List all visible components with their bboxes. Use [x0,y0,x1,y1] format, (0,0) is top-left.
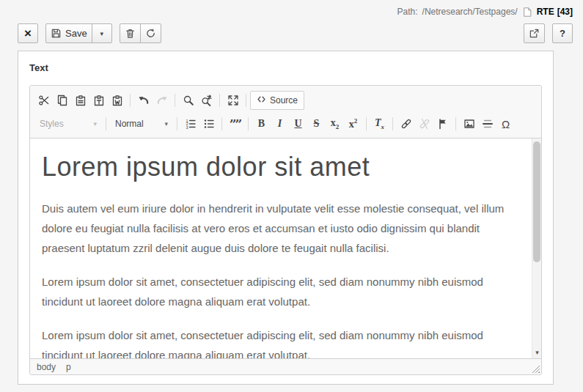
breadcrumb-path-value[interactable]: /Netresearch/Testpages/ [422,7,518,17]
superscript-icon: x2 [349,118,358,130]
docheader-left: × Save ▾ [18,23,161,43]
record-uid: [43] [557,7,573,17]
trash-icon [125,28,136,39]
rte-editor: Source Styles ▾ Normal ▾ 123 [29,85,542,375]
magnifier-icon [183,95,194,106]
bold-button[interactable]: B [252,115,271,133]
paste-button[interactable] [71,92,89,109]
maximize-button[interactable] [224,92,242,109]
clipboard-text-icon [93,95,105,106]
scrollbar-thumb[interactable] [533,141,540,262]
close-button[interactable]: × [18,23,38,43]
elementpath-body[interactable]: body [37,362,56,372]
record-title: RTE [43] [537,7,573,17]
toolbar-separator [455,117,456,130]
svg-text:3: 3 [186,125,188,130]
save-icon [51,28,62,39]
cut-button[interactable] [34,92,53,109]
numbered-list-icon: 123 [185,118,197,130]
save-options-button[interactable]: ▾ [92,23,112,43]
unlink-button[interactable] [415,115,433,133]
toolbar-separator [175,94,175,107]
content-paragraph: Lorem ipsum dolor sit amet, consectetuer… [42,272,520,311]
undo-button[interactable] [134,92,153,109]
image-icon [463,118,475,130]
horizontal-line-button[interactable] [478,115,496,133]
source-button[interactable]: Source [250,91,304,110]
format-combo-label: Normal [115,119,144,129]
rte-statusbar: body p [30,358,541,374]
styles-combo-label: Styles [40,119,64,129]
format-combo[interactable]: Normal ▾ [110,115,173,133]
italic-button[interactable]: I [271,115,289,133]
rte-toolbar-row-1: Source [34,89,537,112]
copy-button[interactable] [53,92,71,109]
bulleted-list-button[interactable] [199,115,218,133]
special-char-button[interactable]: Ω [496,115,515,133]
toolbar-separator [177,117,177,130]
open-in-new-window-button[interactable] [524,23,545,43]
clipboard-word-icon [111,95,123,106]
delete-history-group [120,23,161,43]
rte-toolbar: Source Styles ▾ Normal ▾ 123 [30,86,541,138]
help-button[interactable]: ? [552,23,573,43]
remove-format-button[interactable]: Tx [370,115,389,133]
docheader-toolbar: × Save ▾ [0,21,583,51]
close-icon: × [24,27,32,40]
blockquote-button[interactable]: ”” [226,115,244,133]
toolbar-separator [366,117,367,130]
flag-icon [437,118,449,130]
chevron-down-icon: ▾ [100,30,103,37]
maximize-icon [227,95,239,106]
copy-icon [56,95,68,106]
find-button[interactable] [179,92,197,109]
italic-icon: I [278,119,282,129]
paste-text-button[interactable] [89,92,108,109]
bulleted-list-icon [203,118,215,130]
content-scrollbar[interactable]: ▾ [532,138,541,358]
link-icon [400,118,412,130]
save-button[interactable]: Save [45,23,92,43]
numbered-list-button[interactable]: 123 [181,115,199,133]
elementpath-p[interactable]: p [66,362,71,372]
chevron-down-icon: ▾ [93,120,97,127]
replace-button[interactable] [197,92,216,109]
delete-button[interactable] [120,23,141,43]
resize-handle[interactable] [532,365,540,373]
history-button[interactable] [140,23,161,43]
subscript-button[interactable]: x2 [326,115,344,133]
chevron-down-icon: ▾ [164,120,168,127]
underline-icon: U [294,119,301,129]
content-paragraph: Lorem ipsum dolor sit amet, consectetuer… [42,325,520,358]
paste-word-button[interactable] [108,92,126,109]
horizontal-line-icon [482,118,494,130]
unlink-icon [419,118,430,130]
toolbar-separator [246,94,246,107]
toolbar-separator [106,117,106,130]
toolbar-separator [248,117,249,130]
topbar: Path: /Netresearch/Testpages/ RTE [43] [0,0,583,21]
rte-toolbar-row-2: Styles ▾ Normal ▾ 123 ”” [34,112,537,136]
strikethrough-icon: S [314,119,320,129]
rte-content-area: Lorem ipsum dolor sit amet Duis autem ve… [30,138,541,358]
rte-editable[interactable]: Lorem ipsum dolor sit amet Duis autem ve… [30,138,532,358]
redo-icon [156,95,168,106]
scissors-icon [38,95,50,106]
redo-button[interactable] [153,92,171,109]
toolbar-separator [392,117,393,130]
link-button[interactable] [397,115,415,133]
styles-combo[interactable]: Styles ▾ [34,115,102,133]
omega-icon: Ω [502,119,510,130]
strikethrough-button[interactable]: S [307,115,326,133]
superscript-button[interactable]: x2 [344,115,362,133]
field-label: Text [29,62,542,73]
save-button-label: Save [65,28,87,39]
toolbar-separator [130,94,131,107]
content-heading: Lorem ipsum dolor sit amet [42,152,520,182]
scroll-down-icon[interactable]: ▾ [532,350,541,356]
content-paragraph: Duis autem vel eum iriure dolor in hendr… [42,199,520,258]
breadcrumb-path-label: Path: [397,7,418,17]
image-button[interactable] [460,115,478,133]
anchor-button[interactable] [433,115,452,133]
underline-button[interactable]: U [289,115,307,133]
